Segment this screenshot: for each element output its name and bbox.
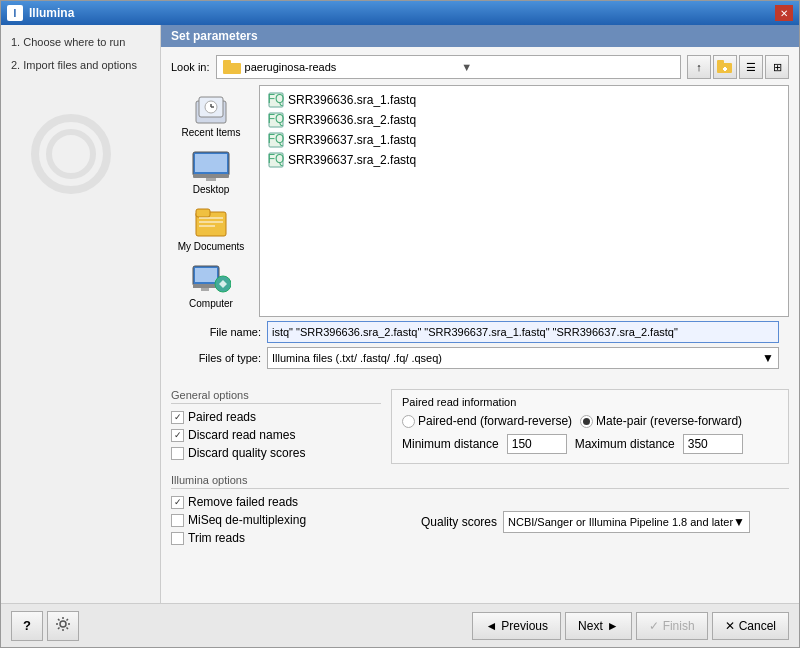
help-icon: ? (23, 618, 31, 633)
mate-pair-radio[interactable] (580, 415, 593, 428)
remove-failed-checkbox[interactable]: ✓ (171, 496, 184, 509)
sidebar-nav: Recent Items (171, 85, 251, 317)
file-name-input[interactable]: istq" "SRR396636.sra_2.fastq" "SRR396637… (267, 321, 779, 343)
quality-row: Quality scores NCBI/Sanger or Illumina P… (421, 495, 750, 549)
cancel-button[interactable]: ✕ Cancel (712, 612, 789, 640)
nav-up-button[interactable]: ↑ (687, 55, 711, 79)
file-name-row: File name: istq" "SRR396636.sra_2.fastq"… (181, 321, 779, 343)
checkbox-miseq[interactable]: MiSeq de-multiplexing (171, 513, 381, 527)
computer-label: Computer (189, 298, 233, 309)
checkbox-remove-failed[interactable]: ✓ Remove failed reads (171, 495, 381, 509)
list-item[interactable]: FQ SRR396637.sra_2.fastq (264, 150, 784, 170)
discard-quality-label: Discard quality scores (188, 446, 305, 460)
checkbox-discard-quality[interactable]: Discard quality scores (171, 446, 381, 460)
svg-text:FQ: FQ (268, 112, 284, 126)
min-distance-input[interactable]: 150 (507, 434, 567, 454)
general-options-panel: General options ✓ Paired reads ✓ Discard… (171, 389, 381, 464)
paired-end-label: Paired-end (forward-reverse) (418, 414, 572, 428)
desktop-label: Desktop (193, 184, 230, 195)
nav-my-documents[interactable]: My Documents (174, 203, 249, 256)
illumina-checkboxes: ✓ Remove failed reads MiSeq de-multiplex… (171, 495, 381, 549)
distance-row: Minimum distance 150 Maximum distance 35… (402, 434, 778, 454)
svg-rect-23 (195, 268, 217, 282)
quality-scores-label: Quality scores (421, 515, 497, 529)
new-folder-button[interactable] (713, 55, 737, 79)
finish-button[interactable]: ✓ Finish (636, 612, 708, 640)
svg-rect-3 (717, 60, 724, 65)
look-in-row: Look in: paeruginosa-reads ▼ ↑ (171, 55, 789, 79)
nav-recent-items[interactable]: Recent Items (174, 89, 249, 142)
svg-rect-1 (223, 60, 231, 65)
bottom-right: ◄ Previous Next ► ✓ Finish ✕ Cancel (472, 612, 789, 640)
paired-end-radio[interactable] (402, 415, 415, 428)
svg-rect-22 (201, 288, 209, 291)
desktop-icon (191, 150, 231, 182)
next-label: Next (578, 619, 603, 633)
discard-names-label: Discard read names (188, 428, 295, 442)
files-of-type-select[interactable]: Illumina files (.txt/ .fastq/ .fq/ .qseq… (267, 347, 779, 369)
max-distance-label: Maximum distance (575, 437, 675, 451)
quality-scores-value: NCBI/Sanger or Illumina Pipeline 1.8 and… (508, 516, 733, 528)
file-list-area: FQ SRR396636.sra_1.fastq FQ SRR396636.sr… (259, 85, 789, 317)
my-documents-label: My Documents (178, 241, 245, 252)
checkbox-paired-reads[interactable]: ✓ Paired reads (171, 410, 381, 424)
detail-view-button[interactable]: ⊞ (765, 55, 789, 79)
app-icon: I (7, 5, 23, 21)
next-button[interactable]: Next ► (565, 612, 632, 640)
look-in-dropdown[interactable]: paeruginosa-reads ▼ (216, 55, 681, 79)
checkbox-trim-reads[interactable]: Trim reads (171, 531, 381, 545)
list-item[interactable]: FQ SRR396636.sra_2.fastq (264, 110, 784, 130)
main-window: I Illumina ✕ 1. Choose where to run 2. I… (0, 0, 800, 648)
checkbox-discard-names[interactable]: ✓ Discard read names (171, 428, 381, 442)
my-documents-icon (191, 207, 231, 239)
step-1: 1. Choose where to run (11, 35, 150, 50)
miseq-label: MiSeq de-multiplexing (188, 513, 306, 527)
trim-reads-checkbox[interactable] (171, 532, 184, 545)
browser-area: Recent Items (171, 85, 789, 317)
svg-text:FQ: FQ (268, 92, 284, 106)
settings-button[interactable] (47, 611, 79, 641)
step-2: 2. Import files and options (11, 58, 150, 73)
close-button[interactable]: ✕ (775, 5, 793, 21)
miseq-checkbox[interactable] (171, 514, 184, 527)
files-of-type-row: Files of type: Illumina files (.txt/ .fa… (181, 347, 779, 369)
previous-button[interactable]: ◄ Previous (472, 612, 561, 640)
nav-computer[interactable]: Computer (174, 260, 249, 313)
file-name-label: File name: (181, 326, 261, 338)
bottom-bar: ? ◄ Previous Next ► ✓ (1, 603, 799, 647)
svg-point-33 (60, 621, 66, 627)
quality-dropdown-arrow: ▼ (733, 515, 745, 529)
type-dropdown-arrow: ▼ (762, 351, 774, 365)
file-inputs: File name: istq" "SRR396636.sra_2.fastq"… (171, 317, 789, 377)
files-of-type-value: Illumina files (.txt/ .fastq/ .fq/ .qseq… (272, 352, 762, 364)
svg-rect-12 (193, 174, 229, 178)
remove-failed-label: Remove failed reads (188, 495, 298, 509)
files-of-type-label: Files of type: (181, 352, 261, 364)
recent-items-label: Recent Items (182, 127, 241, 138)
max-distance-input[interactable]: 350 (683, 434, 743, 454)
list-item[interactable]: FQ SRR396637.sra_1.fastq (264, 130, 784, 150)
computer-icon (191, 264, 231, 296)
min-distance-label: Minimum distance (402, 437, 499, 451)
toolbar-icons: ↑ ☰ ⊞ (687, 55, 789, 79)
discard-names-checkbox[interactable]: ✓ (171, 429, 184, 442)
paired-read-info-header: Paired read information (402, 396, 778, 408)
radio-mate-pair[interactable]: Mate-pair (reverse-forward) (580, 414, 742, 428)
nav-desktop[interactable]: Desktop (174, 146, 249, 199)
discard-quality-checkbox[interactable] (171, 447, 184, 460)
paired-read-info-panel: Paired read information Paired-end (forw… (391, 389, 789, 464)
paired-reads-checkbox[interactable]: ✓ (171, 411, 184, 424)
paired-reads-label: Paired reads (188, 410, 256, 424)
list-item[interactable]: FQ SRR396636.sra_1.fastq (264, 90, 784, 110)
settings-icon (55, 616, 71, 635)
x-icon: ✕ (725, 619, 735, 633)
list-view-button[interactable]: ☰ (739, 55, 763, 79)
main-content: 1. Choose where to run 2. Import files a… (1, 25, 799, 603)
svg-rect-19 (199, 225, 215, 227)
svg-rect-14 (195, 154, 227, 172)
help-button[interactable]: ? (11, 611, 43, 641)
quality-scores-select[interactable]: NCBI/Sanger or Illumina Pipeline 1.8 and… (503, 511, 750, 533)
file-name-1: SRR396636.sra_2.fastq (288, 113, 416, 127)
set-params-bar: Set parameters (161, 25, 799, 47)
radio-paired-end[interactable]: Paired-end (forward-reverse) (402, 414, 572, 428)
